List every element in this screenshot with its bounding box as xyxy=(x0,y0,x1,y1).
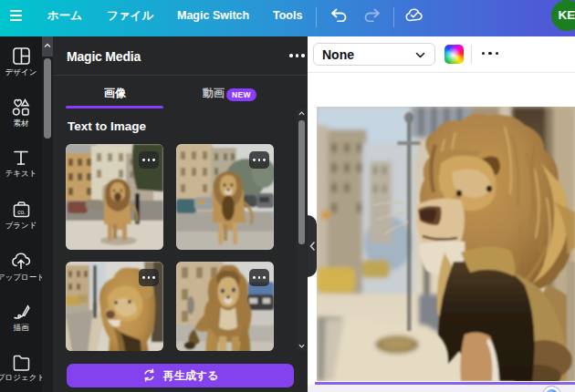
svg-text:co.: co. xyxy=(17,209,26,215)
